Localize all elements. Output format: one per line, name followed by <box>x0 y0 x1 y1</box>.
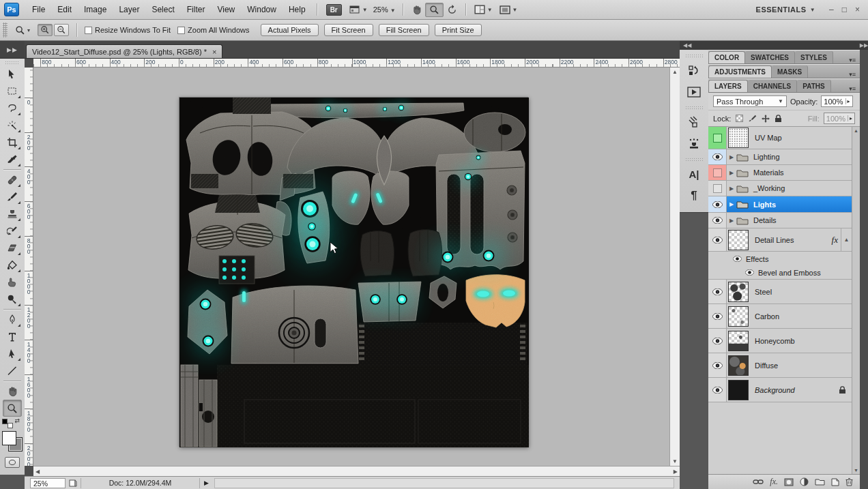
layer-row[interactable]: ▶ Details <box>708 213 852 228</box>
bridge-button[interactable]: Br <box>326 4 342 16</box>
panel-menu-icon[interactable]: ▾≡ <box>845 57 860 63</box>
visibility-toggle[interactable] <box>708 181 727 196</box>
document-tab-close-icon[interactable]: × <box>212 48 216 56</box>
lock-position-icon[interactable] <box>761 114 770 123</box>
layer-row[interactable]: Detail Lines fx ▲ <box>708 228 852 252</box>
zoom-level-dropdown[interactable]: 25% ▼ <box>371 5 398 14</box>
visibility-toggle[interactable] <box>708 329 727 353</box>
tools-collapse-button[interactable]: ▶▶ <box>0 41 25 59</box>
layer-name[interactable]: Honeycomb <box>755 337 795 345</box>
group-expander-icon[interactable]: ▶ <box>727 186 736 192</box>
blend-mode-select[interactable]: Pass Through▼ <box>713 95 787 107</box>
lock-transparency-icon[interactable] <box>735 114 744 123</box>
lock-paint-icon[interactable] <box>748 114 757 123</box>
add-layer-mask-icon[interactable] <box>784 478 794 486</box>
layer-thumbnail[interactable] <box>728 355 749 376</box>
layer-thumbnail[interactable] <box>728 230 749 250</box>
layer-thumbnail[interactable] <box>728 128 749 148</box>
layer-style-icon[interactable]: fx. <box>770 477 778 487</box>
option-checkbox-zoom-all-windows[interactable]: Zoom All Windows <box>177 26 249 34</box>
brush-tool[interactable] <box>3 188 22 205</box>
close-button[interactable]: × <box>851 5 864 14</box>
option-button-print-size[interactable]: Print Size <box>435 24 482 36</box>
layer-name[interactable]: Background <box>755 386 795 394</box>
tab-paths[interactable]: PATHS <box>797 80 830 92</box>
minimize-button[interactable]: – <box>825 5 838 14</box>
menu-item-view[interactable]: View <box>211 2 241 17</box>
rotate-view-button[interactable] <box>444 3 461 16</box>
layer-name[interactable]: Lighting <box>753 153 780 161</box>
menu-item-image[interactable]: Image <box>78 2 113 17</box>
effects-collapse-icon[interactable]: ▲ <box>841 228 852 251</box>
history-brush-tool[interactable] <box>3 222 22 239</box>
layer-row-background[interactable]: Background <box>708 378 852 402</box>
opacity-spinner-icon[interactable]: ▸ <box>845 98 850 104</box>
visibility-toggle[interactable] <box>708 228 727 251</box>
layer-name[interactable]: Carbon <box>755 312 779 321</box>
horizontal-scrollbar[interactable]: ◀ ▶ <box>33 466 680 476</box>
canvas-artwork[interactable] <box>179 97 528 447</box>
visibility-toggle[interactable] <box>708 149 727 164</box>
eyedropper-tool[interactable] <box>3 151 22 168</box>
spot-healing-brush-tool[interactable] <box>3 171 22 188</box>
move-tool[interactable] <box>3 65 22 83</box>
layer-thumbnail[interactable] <box>728 380 749 400</box>
actions-panel-icon[interactable] <box>684 83 704 101</box>
visibility-toggle[interactable] <box>708 304 727 328</box>
character-panel-icon[interactable]: A| <box>684 165 704 183</box>
visibility-toggle[interactable] <box>708 353 727 377</box>
layer-name[interactable]: Steel <box>755 288 772 296</box>
layer-name[interactable]: Materials <box>753 168 784 177</box>
layer-row[interactable]: Steel <box>708 280 852 304</box>
layer-row[interactable]: UV Map <box>708 127 852 149</box>
option-checkbox-resize-windows-to-fit[interactable]: Resize Windows To Fit <box>85 26 171 34</box>
menu-item-edit[interactable]: Edit <box>51 2 78 17</box>
tab-channels[interactable]: CHANNELS <box>748 80 798 92</box>
layer-name[interactable]: Details <box>753 216 777 224</box>
menu-item-filter[interactable]: Filter <box>181 2 212 17</box>
status-zoom-field[interactable]: 25% <box>30 478 66 488</box>
screen-mode-button[interactable]: ▼ <box>496 4 521 16</box>
new-group-icon[interactable] <box>815 478 825 486</box>
foreground-color-swatch[interactable] <box>2 431 16 445</box>
visibility-toggle[interactable] <box>708 196 727 212</box>
layer-row[interactable]: Honeycomb <box>708 329 852 353</box>
visibility-toggle[interactable] <box>708 280 727 303</box>
line-tool[interactable] <box>3 362 22 379</box>
option-button-fill-screen[interactable]: Fill Screen <box>379 24 429 36</box>
effects-visibility-icon[interactable] <box>733 256 742 262</box>
zoom-tool[interactable] <box>3 400 22 417</box>
layer-row[interactable]: ▶ Lighting <box>708 149 852 165</box>
path-selection-tool[interactable] <box>3 345 22 362</box>
brushes-panel-icon[interactable] <box>684 113 704 131</box>
tab-swatches[interactable]: SWATCHES <box>745 51 795 63</box>
effect-row[interactable]: Bevel and Emboss <box>708 266 852 280</box>
maximize-button[interactable]: □ <box>838 5 851 14</box>
scroll-down-icon[interactable]: ▼ <box>854 468 858 473</box>
visibility-toggle[interactable] <box>708 213 727 228</box>
dock-collapse-button[interactable]: ◀◀ <box>680 41 708 50</box>
effects-label[interactable]: Effects <box>746 255 768 263</box>
checkbox-box[interactable] <box>177 27 185 34</box>
scroll-up-icon[interactable]: ▲ <box>670 68 680 76</box>
menu-item-layer[interactable]: Layer <box>113 2 145 17</box>
zoom-out-toggle[interactable] <box>54 24 69 36</box>
menu-item-select[interactable]: Select <box>145 2 180 17</box>
history-panel-icon[interactable] <box>684 61 704 79</box>
layer-row-selected[interactable]: ▶ Lights <box>708 196 852 213</box>
option-button-actual-pixels[interactable]: Actual Pixels <box>261 24 319 36</box>
layer-thumbnail[interactable] <box>728 306 749 327</box>
visibility-toggle[interactable] <box>708 127 727 149</box>
layer-name[interactable]: Diffuse <box>755 361 778 370</box>
group-expander-icon[interactable]: ▶ <box>727 218 736 224</box>
tab-color[interactable]: COLOR <box>708 51 745 63</box>
lock-all-icon[interactable] <box>774 114 783 123</box>
scroll-left-icon[interactable]: ◀ <box>33 467 42 476</box>
hand-tool[interactable] <box>3 383 22 400</box>
tab-layers[interactable]: LAYERS <box>708 80 748 92</box>
group-expander-icon[interactable]: ▶ <box>727 154 736 160</box>
document-size-readout[interactable]: Doc: 12.0M/294.4M <box>81 478 200 488</box>
delete-layer-icon[interactable] <box>845 477 853 486</box>
scroll-down-icon[interactable]: ▼ <box>670 457 680 466</box>
layer-name[interactable]: _Working <box>753 184 785 192</box>
